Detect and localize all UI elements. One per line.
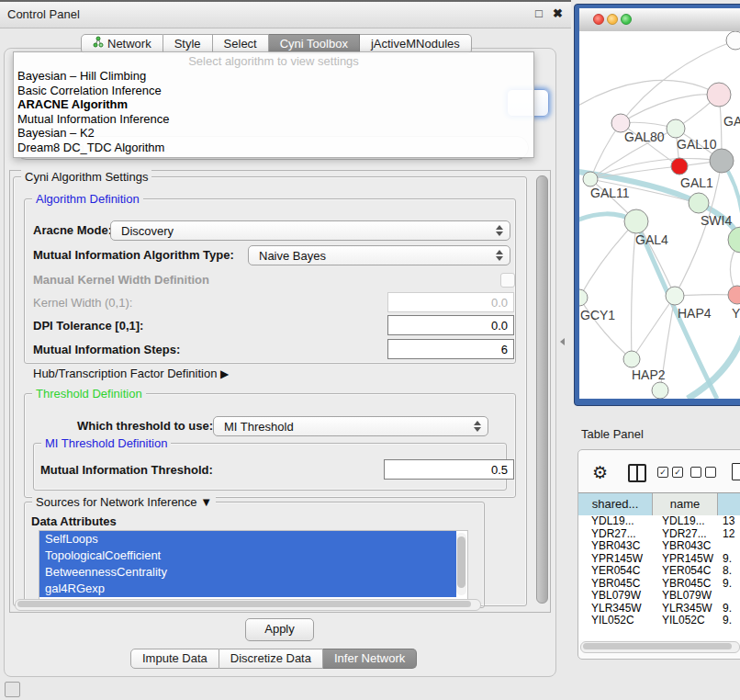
window-zoom-icon[interactable]	[621, 14, 632, 25]
sources-title[interactable]: Sources for Network Inference ▼	[32, 495, 216, 509]
node-gray[interactable]	[710, 149, 734, 173]
which-threshold-combo[interactable]: MI Threshold	[213, 416, 488, 436]
column-header-clipped[interactable]	[718, 493, 740, 515]
apply-button[interactable]: Apply	[245, 618, 314, 641]
tab-impute-data[interactable]: Impute Data	[130, 649, 219, 669]
table-row[interactable]: YDL19...YDL19...13	[578, 515, 740, 528]
table-row[interactable]: YIL052CYIL052C9.	[578, 615, 740, 627]
node-gal4[interactable]	[624, 209, 648, 233]
table-horizontal-scrollbar[interactable]	[580, 641, 740, 653]
sources-title-text: Sources for Network Inference	[36, 495, 197, 509]
table-cell: YER054C	[653, 565, 718, 578]
tab-label: Style	[174, 35, 201, 53]
which-threshold-label: Which threshold to use:	[77, 419, 213, 433]
mi-threshold-label: Mutual Information Threshold:	[40, 463, 213, 477]
table-row[interactable]: YLR345WYLR345W9.	[578, 603, 740, 615]
table-cell: YDR27...	[578, 528, 653, 541]
table-cell: 8.	[718, 565, 740, 578]
attribute-item-betweennesscentrality[interactable]: BetweennessCentrality	[39, 564, 456, 581]
node-hap4[interactable]	[666, 287, 684, 305]
table-cell: 12	[718, 528, 740, 541]
node-swi4[interactable]	[689, 193, 709, 213]
settings-hscroll-thumb[interactable]	[17, 601, 471, 607]
table-hscroll-thumb[interactable]	[583, 643, 732, 649]
attribute-item-topologicalcoefficient[interactable]: TopologicalCoefficient	[39, 548, 456, 564]
control-panel-title: Control Panel	[7, 7, 80, 21]
attribute-item-selfloops[interactable]: SelfLoops	[39, 531, 456, 548]
unselect-all-icon[interactable]	[690, 467, 716, 478]
attributes-scrollbar[interactable]	[456, 533, 466, 595]
table-header-row: shared... name	[578, 492, 740, 516]
table-cell: YER054C	[578, 565, 653, 578]
node-gal11[interactable]	[583, 172, 598, 186]
threshold-definition-title: Threshold Definition	[32, 387, 146, 401]
document-icon[interactable]	[732, 463, 740, 480]
tab-label: jActiveMNodules	[371, 35, 460, 53]
node-green-right[interactable]	[728, 227, 740, 253]
close-panel-icon[interactable]: ✖	[553, 6, 563, 20]
attribute-item-gal4rgexp[interactable]: gal4RGexp	[39, 581, 456, 597]
column-header-name[interactable]: name	[653, 493, 718, 515]
mi-threshold-input[interactable]: 0.5	[384, 459, 514, 480]
collapsed-panel-icon[interactable]	[5, 682, 20, 697]
algorithm-option-bayesian-hill-climbing[interactable]: Bayesian – Hill Climbing	[14, 69, 533, 84]
tab-infer-network[interactable]: Infer Network	[323, 649, 417, 669]
network-edge[interactable]	[632, 296, 675, 359]
node-label-gal10: GAL10	[677, 137, 717, 152]
select-all-icon[interactable]: ✓✓	[657, 467, 683, 478]
columns-icon[interactable]	[628, 464, 646, 482]
mi-steps-input[interactable]: 6	[387, 339, 514, 359]
table-cell: YBR043C	[578, 540, 653, 553]
network-edge[interactable]	[621, 95, 719, 123]
algorithm-option-aracne-algorithm[interactable]: ARACNE Algorithm	[14, 97, 533, 112]
window-close-icon[interactable]	[593, 14, 604, 25]
float-window-icon[interactable]: □	[535, 6, 543, 20]
column-header-shared-name[interactable]: shared...	[578, 493, 653, 515]
node-label-hap4: HAP4	[678, 306, 712, 321]
table-row[interactable]: YDR27...YDR27...12	[578, 528, 740, 541]
tab-discretize-data[interactable]: Discretize Data	[219, 649, 323, 669]
table-cell: YLR345W	[653, 603, 718, 615]
network-edge[interactable]	[590, 166, 679, 179]
window-minimize-icon[interactable]	[607, 14, 618, 25]
table-row[interactable]: YPR145WYPR145W9.	[578, 553, 740, 566]
table-row[interactable]: YER054CYER054C8.	[578, 565, 740, 578]
network-edge[interactable]	[621, 40, 735, 123]
node-label-gal1: GAL1	[680, 175, 713, 190]
table-row[interactable]: YBR045CYBR045C9.	[578, 578, 740, 591]
algorithm-option-dream8-dc-tdc-algorithm[interactable]: Dream8 DC_TDC Algorithm	[14, 141, 533, 155]
table-body[interactable]: YDL19...YDL19...13YDR27...YDR27...12YBR0…	[578, 515, 740, 640]
algorithm-option-bayesian-k2[interactable]: Bayesian – K2	[14, 126, 533, 141]
table-row[interactable]: YBR043CYBR043C	[578, 540, 740, 553]
attributes-scroll-thumb[interactable]	[457, 536, 465, 588]
network-canvas[interactable]: GALGAL80GAL10GAL1GAL11SWI4GAL4GCY1HAP4YH…	[579, 31, 740, 399]
node-top[interactable]	[726, 31, 740, 50]
gear-icon[interactable]: ⚙	[592, 464, 608, 482]
settings-horizontal-scrollbar[interactable]	[15, 599, 481, 611]
manual-kernel-checkbox[interactable]	[500, 273, 515, 288]
node-gcy1[interactable]	[579, 289, 588, 306]
node-gal-cut[interactable]	[707, 83, 731, 107]
node-hap2[interactable]	[623, 351, 640, 367]
network-edge[interactable]	[579, 221, 636, 298]
kernel-width-input[interactable]: 0.0	[387, 292, 514, 312]
data-attributes-list[interactable]: SelfLoopsTopologicalCoefficientBetweenne…	[39, 530, 468, 600]
cyni-algorithm-settings-title: Cyni Algorithm Settings	[21, 170, 151, 184]
dpi-tolerance-input[interactable]: 0.0	[387, 315, 514, 335]
settings-scroll-thumb[interactable]	[536, 175, 548, 604]
table-row[interactable]: YBL079WYBL079W	[578, 590, 740, 603]
hub-definition-label: Hub/Transcription Factor Definition	[33, 367, 217, 380]
node-gal10[interactable]	[667, 119, 685, 138]
algorithm-option-basic-correlation-inference[interactable]: Basic Correlation Inference	[14, 84, 533, 98]
node-bottom[interactable]	[652, 382, 668, 399]
split-pane-collapse-icon[interactable]	[560, 338, 565, 345]
settings-vertical-scrollbar[interactable]	[534, 172, 548, 609]
hub-definition-expander[interactable]: Hub/Transcription Factor Definition ▶	[33, 367, 229, 380]
algorithm-option-mutual-information-inference[interactable]: Mutual Information Inference	[14, 112, 533, 127]
aracne-mode-combo[interactable]: Discovery	[110, 220, 510, 241]
table-cell: YIL052C	[653, 615, 718, 627]
node-gal1[interactable]	[671, 158, 688, 175]
mi-type-combo[interactable]: Naive Bayes	[248, 245, 510, 265]
node-salmon[interactable]	[728, 286, 740, 304]
tab-label: Cyni Toolbox	[280, 35, 348, 53]
